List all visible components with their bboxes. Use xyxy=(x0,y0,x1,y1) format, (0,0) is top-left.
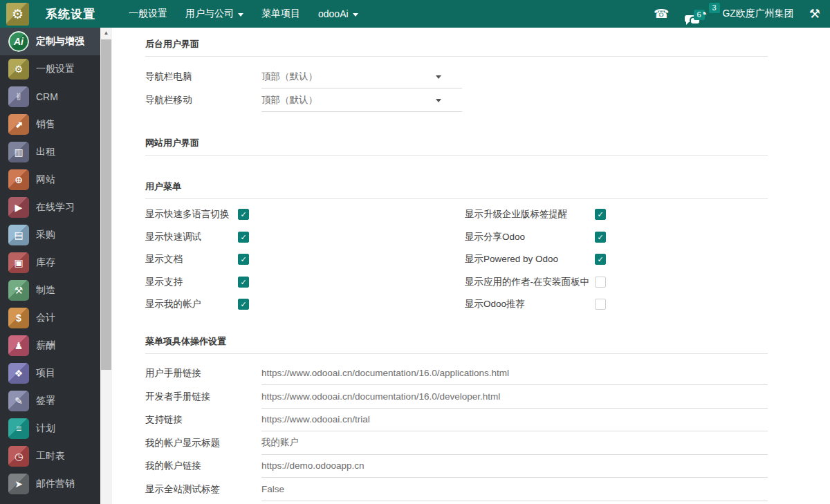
sidebar-item-purchase[interactable]: ▤ 采购 xyxy=(0,221,100,249)
field-my-account-link: 我的帐户链接 https://demo.odooapp.cn xyxy=(145,455,768,478)
field-label: 用户手册链接 xyxy=(145,367,261,380)
test-label-input[interactable]: False xyxy=(261,478,768,501)
sidebar-item-email-marketing[interactable]: ➤ 邮件营销 xyxy=(0,470,100,498)
sidebar-item-payroll[interactable]: ♟ 薪酬 xyxy=(0,332,100,360)
wrench-icon: ⚒ xyxy=(8,280,29,301)
developer-manual-link-input[interactable]: https://www.odooai.cn/documentation/16.0… xyxy=(261,385,768,409)
checkbox-odoo-referral[interactable] xyxy=(595,299,606,310)
option-row: 显示文档 ✓ xyxy=(145,248,465,271)
field-label: 导航栏电脑 xyxy=(145,71,261,83)
field-label: 我的帐户链接 xyxy=(145,460,261,472)
sidebar-item-crm[interactable]: ✌ CRM xyxy=(0,83,100,111)
plan-list-icon: ≡ xyxy=(8,418,29,439)
apps-sidebar: Ai 定制与增强 ⚙ 一般设置 ✌ CRM ⬈ 销售 ▥ 出租 ⊕ 网站 ▶ 在… xyxy=(0,28,100,504)
sidebar-item-general-settings[interactable]: ⚙ 一般设置 xyxy=(0,55,100,83)
sidebar-item-label: 签署 xyxy=(36,395,55,407)
content-scrollbar[interactable] xyxy=(100,28,112,504)
app-title[interactable]: 系统设置 xyxy=(46,6,95,22)
my-account-title-input[interactable]: 我的账户 xyxy=(261,431,768,455)
checkbox-show-support[interactable]: ✓ xyxy=(238,277,249,288)
sidebar-item-elearning[interactable]: ▶ 在线学习 xyxy=(0,194,100,221)
user-company-menu[interactable]: GZ欧度广州集团 xyxy=(722,8,793,20)
field-user-manual-link: 用户手册链接 https://www.odooai.cn/documentati… xyxy=(145,362,768,386)
nav-menu-items[interactable]: 菜单项目 xyxy=(261,8,300,20)
user-manual-link-input[interactable]: https://www.odooai.cn/documentation/16.0… xyxy=(261,362,768,386)
sidebar-item-label: 制造 xyxy=(36,284,55,297)
nav-users-companies[interactable]: 用户与公司 xyxy=(185,8,243,20)
sidebar-item-timesheet[interactable]: ◷ 工时表 xyxy=(0,442,100,470)
support-link-input[interactable]: https://www.odooai.cn/trial xyxy=(261,409,768,432)
field-support-link: 支持链接 https://www.odooai.cn/trial xyxy=(145,409,768,432)
scroll-up-button[interactable] xyxy=(100,28,112,39)
handshake-icon: ✌ xyxy=(8,86,29,107)
invoice-icon: $ xyxy=(8,308,29,328)
sidebar-item-label: CRM xyxy=(36,91,58,102)
option-row: 显示Odoo推荐 xyxy=(465,293,768,316)
chart-up-icon: ⬈ xyxy=(8,114,29,135)
checkbox-show-app-author[interactable] xyxy=(595,277,606,288)
activities-button[interactable]: ◔ 3 xyxy=(700,7,708,21)
pen-sign-icon: ✎ xyxy=(8,391,29,411)
checkbox-label: 显示应用的作者-在安装面板中 xyxy=(465,276,595,288)
checkbox-share-odoo[interactable]: ✓ xyxy=(595,232,606,243)
settings-form: 后台用户界面 导航栏电脑 顶部（默认） 导航栏移动 顶部（默认） 网站用户界面 … xyxy=(112,28,830,504)
settings-app-icon[interactable]: ⚙ xyxy=(6,3,29,26)
nav-label: odooAi xyxy=(318,8,349,19)
field-label: 导航栏移动 xyxy=(145,94,261,106)
chevron-down-icon xyxy=(436,75,441,79)
section-title-user-menu: 用户菜单 xyxy=(145,180,830,193)
checkbox-powered-by-odoo[interactable]: ✓ xyxy=(595,254,606,265)
checkbox-label: 显示分享Odoo xyxy=(465,231,595,243)
sidebar-item-label: 薪酬 xyxy=(36,339,55,352)
checkbox-show-docs[interactable]: ✓ xyxy=(238,254,249,265)
nav-label: 用户与公司 xyxy=(185,8,234,20)
sidebar-item-manufacturing[interactable]: ⚒ 制造 xyxy=(0,277,100,304)
sidebar-item-label: 库存 xyxy=(36,256,55,269)
presentation-icon: ▶ xyxy=(8,197,29,218)
employee-pay-icon: ♟ xyxy=(8,335,29,356)
checkbox-upgrade-reminder[interactable]: ✓ xyxy=(595,209,606,220)
navbar-mobile-select[interactable]: 顶部（默认） xyxy=(261,88,462,112)
sidebar-item-label: 网站 xyxy=(36,174,55,186)
gear-icon: ⚙ xyxy=(8,59,29,80)
checkbox-label: 显示Odoo推荐 xyxy=(465,298,595,310)
scrollbar-thumb[interactable] xyxy=(101,39,111,370)
select-value: 顶部（默认） xyxy=(261,94,317,106)
nav-odooai[interactable]: odooAi xyxy=(318,8,358,19)
activities-count-badge: 3 xyxy=(709,3,720,13)
option-row: 显示Powered by Odoo ✓ xyxy=(465,248,768,271)
sidebar-item-rental[interactable]: ▥ 出租 xyxy=(0,138,100,166)
globe-icon: ⊕ xyxy=(8,169,29,190)
option-row: 显示升级企业版标签提醒 ✓ xyxy=(465,203,768,226)
chevron-down-icon xyxy=(436,99,441,102)
chevron-down-icon xyxy=(353,13,358,17)
field-my-account-title: 我的帐户显示标题 我的账户 xyxy=(145,431,768,455)
sidebar-item-accounting[interactable]: $ 会计 xyxy=(0,304,100,332)
sidebar-item-sign[interactable]: ✎ 签署 xyxy=(0,387,100,415)
nav-general-settings[interactable]: 一般设置 xyxy=(129,8,167,20)
top-navbar: ⚙ 系统设置 一般设置 用户与公司 菜单项目 odooAi ☎ 6 ◔ 3 G xyxy=(0,0,830,28)
phone-icon[interactable]: ☎ xyxy=(654,7,669,21)
section-title-backend-ui: 后台用户界面 xyxy=(145,38,830,50)
sidebar-item-label: 项目 xyxy=(36,367,55,380)
checkbox-label: 显示我的帐户 xyxy=(145,298,238,310)
developer-tools-icon[interactable]: ⚒ xyxy=(809,7,820,21)
my-account-link-input[interactable]: https://demo.odooapp.cn xyxy=(261,455,768,478)
checkbox-show-my-account[interactable]: ✓ xyxy=(238,299,249,310)
sidebar-item-planning[interactable]: ≡ 计划 xyxy=(0,415,100,442)
checkbox-quick-language[interactable]: ✓ xyxy=(238,209,249,220)
checkbox-label: 显示快速调试 xyxy=(145,231,238,243)
sidebar-item-project[interactable]: ❖ 项目 xyxy=(0,360,100,387)
option-row: 显示分享Odoo ✓ xyxy=(465,226,768,249)
option-row: 显示支持 ✓ xyxy=(145,271,465,294)
checkbox-quick-debug[interactable]: ✓ xyxy=(238,232,249,243)
sidebar-item-website[interactable]: ⊕ 网站 xyxy=(0,166,100,194)
sidebar-item-label: 在线学习 xyxy=(36,201,75,214)
sidebar-item-customize-enhance[interactable]: Ai 定制与增强 xyxy=(0,28,100,55)
sidebar-item-inventory[interactable]: ▣ 库存 xyxy=(0,249,100,277)
option-row: 显示快速多语言切换 ✓ xyxy=(145,203,465,226)
field-label: 我的帐户显示标题 xyxy=(145,437,261,449)
checkbox-label: 显示文档 xyxy=(145,253,238,265)
navbar-desktop-select[interactable]: 顶部（默认） xyxy=(261,65,462,88)
sidebar-item-sales[interactable]: ⬈ 销售 xyxy=(0,111,100,138)
